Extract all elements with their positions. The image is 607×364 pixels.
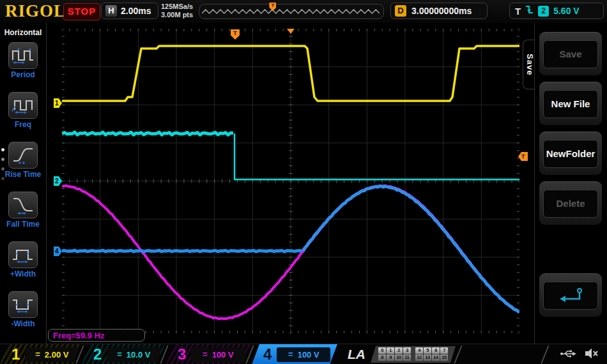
freq-button[interactable] <box>8 92 38 119</box>
la-digit: 8 <box>378 354 386 361</box>
delete-button-label: Delete <box>556 198 585 209</box>
fall-time-label: Fall Time <box>0 220 46 229</box>
trigger-readout[interactable]: T 2 5.60 V <box>509 3 604 19</box>
ch3-coupling-icon: = <box>203 349 208 359</box>
delay-reference-marker <box>287 29 295 34</box>
plus-width-icon <box>11 245 35 264</box>
brand-logo: RIGOL <box>5 1 66 21</box>
oscilloscope-screen: RIGOL STOP H 2.00ms 125MSa/s 3.00M pts T… <box>0 0 607 364</box>
ch4-coupling-icon: = <box>288 349 293 359</box>
la-digit: 15 <box>440 354 448 361</box>
ch1-position-marker[interactable]: 1 <box>54 98 62 108</box>
save-button[interactable]: Save <box>539 32 602 75</box>
usb-icon <box>560 349 576 358</box>
la-digit: 12 <box>415 354 423 361</box>
la-digit: 14 <box>432 354 440 361</box>
trace-ch4-sine <box>303 186 519 313</box>
menu-item-plus-width[interactable]: +Width <box>0 241 46 278</box>
la-digit: 9 <box>387 354 394 361</box>
ch3-number: 3 <box>178 345 186 364</box>
rise-time-icon <box>11 146 35 165</box>
period-button[interactable] <box>8 42 38 69</box>
timebase-readout[interactable]: H 2.00ms <box>101 3 158 19</box>
measure-menu-title: Horizontal <box>0 28 46 37</box>
ch2-status[interactable]: 2 = 10.0 V <box>82 344 165 364</box>
memory-waveform-icon <box>202 8 380 15</box>
return-button[interactable] <box>539 273 602 317</box>
la-digit: 11 <box>403 354 411 361</box>
la-digit: 5 <box>424 347 431 354</box>
new-folder-button-label: NewFolder <box>546 148 595 159</box>
waveform-plot <box>62 29 519 333</box>
menu-item-rise-time[interactable]: Rise Time <box>0 142 46 179</box>
measure-menu: Horizontal Period F <box>0 23 47 345</box>
ch2-position-marker[interactable]: 2 <box>54 176 62 186</box>
la-digital-channels: 0 1 2 3 4 5 6 7 8 9 10 11 12 1 <box>371 346 456 363</box>
freq-icon <box>11 96 35 115</box>
plus-width-label: +Width <box>0 269 46 278</box>
minus-width-button[interactable] <box>8 291 38 318</box>
menu-item-period[interactable]: Period <box>0 42 46 79</box>
falling-edge-icon <box>525 4 534 18</box>
ch2-number: 2 <box>93 345 102 364</box>
memory-depth: 3.00M pts <box>161 11 193 19</box>
la-digit: 2 <box>395 347 403 354</box>
trigger-label: T <box>515 6 521 17</box>
speaker-muted-icon <box>584 347 599 360</box>
channel-status-bar: 1 = 2.00 V 2 = 10.0 V 3 = 100 V 4 <box>0 344 607 364</box>
waveform-display <box>62 29 519 333</box>
menu-item-minus-width[interactable]: -Width <box>0 291 46 328</box>
la-digit: 10 <box>395 354 403 361</box>
menu-page-dots <box>1 148 4 186</box>
run-state-badge: STOP <box>63 3 100 20</box>
la-digit: 4 <box>415 347 423 354</box>
la-digit: 13 <box>424 354 431 361</box>
rise-time-button[interactable] <box>8 142 38 169</box>
ch1-scale: 2.00 V <box>45 350 69 360</box>
trigger-level-marker[interactable]: T <box>518 152 528 161</box>
save-menu: Save Save New File NewFolder Delete <box>534 23 607 345</box>
ch2-scale: 10.0 V <box>127 350 151 360</box>
divider <box>541 345 549 363</box>
ch1-coupling-icon: = <box>35 349 40 359</box>
timebase-value: 2.00ms <box>121 6 151 16</box>
la-status[interactable]: LA 0 1 2 3 4 5 6 7 8 9 10 11 <box>339 344 459 364</box>
ch3-status[interactable]: 3 = 100 V <box>166 344 250 364</box>
freq-label: Freq <box>0 120 46 129</box>
ch1-number: 1 <box>12 345 20 364</box>
la-label: LA <box>348 347 365 362</box>
ch4-position-marker[interactable]: 4 <box>54 246 62 256</box>
new-file-button-label: New File <box>551 98 590 109</box>
ch4-number: 4 <box>263 345 272 364</box>
save-menu-tab: Save <box>523 40 535 89</box>
ch1-status[interactable]: 1 = 2.00 V <box>0 344 81 364</box>
horizontal-chip: H <box>105 5 117 17</box>
acquisition-readout: 125MSa/s 3.00M pts <box>161 3 193 19</box>
minus-width-icon <box>11 295 35 314</box>
new-folder-button[interactable]: NewFolder <box>539 132 602 175</box>
menu-item-freq[interactable]: Freq <box>0 92 46 129</box>
trigger-source-chip: 2 <box>538 6 549 17</box>
memory-position-bar[interactable]: T <box>199 4 384 19</box>
delay-readout[interactable]: D 3.00000000ms <box>390 3 488 19</box>
new-file-button[interactable]: New File <box>539 82 602 125</box>
la-digit: 1 <box>387 347 394 354</box>
ch4-status-selected[interactable]: 4 = 100 V <box>252 344 337 364</box>
delete-button[interactable]: Delete <box>539 181 602 225</box>
menu-item-fall-time[interactable]: Fall Time <box>0 192 46 229</box>
ch3-scale: 100 V <box>212 350 234 360</box>
delay-value: 3.00000000ms <box>411 6 472 16</box>
minus-width-label: -Width <box>0 319 46 328</box>
ch2-coupling-icon: = <box>117 349 122 359</box>
trigger-level-value: 5.60 V <box>553 6 579 16</box>
delay-chip: D <box>395 5 406 17</box>
plus-width-button[interactable] <box>8 241 38 268</box>
sample-rate: 125MSa/s <box>161 3 193 11</box>
la-digit: 6 <box>432 347 440 354</box>
fall-time-button[interactable] <box>8 192 38 218</box>
save-button-label: Save <box>559 49 581 59</box>
ch4-scale: 100 V <box>298 350 319 360</box>
period-icon <box>11 46 35 65</box>
la-digit: 3 <box>403 347 411 354</box>
fall-time-icon <box>11 195 35 215</box>
